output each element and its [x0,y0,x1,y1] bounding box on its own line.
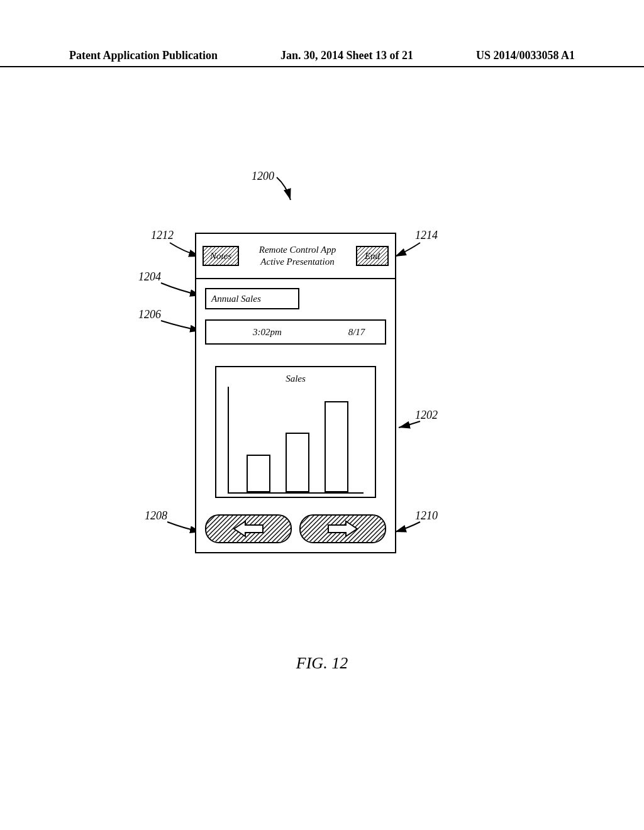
slide-title-box: Annual Sales [205,288,299,309]
slide-title: Annual Sales [211,294,261,304]
arrow-left-icon [233,520,264,538]
end-button[interactable]: End [356,246,389,266]
nav-row [205,514,386,543]
svg-marker-5 [328,521,357,536]
notes-button[interactable]: Notes [203,246,239,266]
info-bar: 3:02pm 8/17 [205,319,386,345]
next-slide-button[interactable] [299,514,386,543]
bar-chart [228,387,364,494]
chart-title: Sales [228,374,364,384]
header-left: Patent Application Publication [69,49,218,62]
chart-bar [286,433,309,492]
app-title: Remote Control App Active Presentation [259,244,336,268]
end-button-label: End [365,251,380,262]
slide-count: 8/17 [328,327,385,338]
figure-canvas: 1200 1212 1214 1204 1206 1202 1208 1210 [0,163,644,654]
header-center: Jan. 30, 2014 Sheet 13 of 21 [280,49,413,62]
prev-slide-button[interactable] [205,514,292,543]
app-titlebar: Notes Remote Control App Active Presenta… [196,234,395,279]
header-right: US 2014/0033058 A1 [476,49,575,62]
clock-time: 3:02pm [206,327,328,338]
app-title-line2: Active Presentation [259,256,336,268]
slide-preview: Sales [215,366,376,498]
app-title-line1: Remote Control App [259,244,336,256]
notes-button-label: Notes [210,251,231,262]
page-header: Patent Application Publication Jan. 30, … [0,49,644,67]
chart-bar [247,455,270,492]
arrow-right-icon [327,520,358,538]
figure-caption: FIG. 12 [0,654,644,673]
device-frame: Notes Remote Control App Active Presenta… [195,233,396,553]
chart-bar [325,401,348,492]
svg-marker-3 [234,521,263,536]
